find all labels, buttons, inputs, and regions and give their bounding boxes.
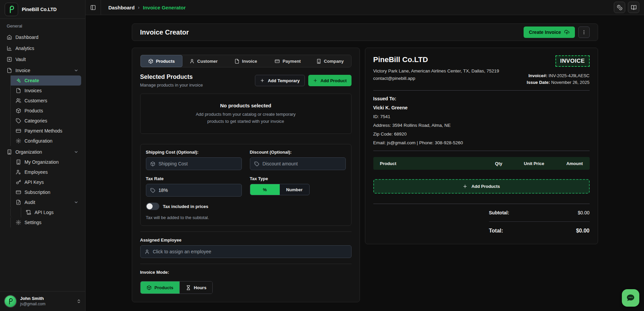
gear-icon (16, 138, 21, 144)
tab-products[interactable]: Products (141, 55, 183, 67)
total-label: Total: (489, 228, 503, 234)
assign-employee-field[interactable]: Click to assign an employee (140, 245, 352, 258)
invoice-mode-toggle: Products Hours (140, 281, 213, 294)
sidebar-item-employees[interactable]: Employees (10, 167, 81, 177)
assigned-employee-section: Assigned Employee Click to assign an emp… (140, 238, 352, 258)
breadcrumb-dashboard[interactable]: Dashboard (108, 5, 135, 10)
sidebar-item-configuration[interactable]: Configuration (10, 136, 81, 146)
cloud-upload-icon (564, 30, 570, 35)
invoice-mode-section: Invoice Mode: Products Hours (140, 270, 352, 294)
sidebar-toggle-button[interactable] (86, 0, 101, 15)
tab-bar: ProductsCustomerInvoicePaymentCompany (140, 55, 352, 67)
selected-products-subtitle: Manage products in your invoice (140, 83, 203, 88)
sidebar-item-my-organization[interactable]: My Organization (10, 157, 81, 167)
discount-label: Discount (Optional): (250, 150, 346, 155)
chevron-down-icon (74, 68, 78, 73)
sidebar-item-invoices[interactable]: Invoices (10, 86, 81, 96)
mode-products[interactable]: Products (141, 281, 179, 294)
sidebar-item-analytics[interactable]: Analytics (4, 43, 81, 53)
sidebar-item-categories[interactable]: Categories (10, 116, 81, 126)
tag-icon (16, 118, 21, 123)
empty-state-title: No products selected (220, 103, 271, 108)
chat-button[interactable] (622, 289, 639, 307)
sidebar-item-invoice[interactable]: Invoice (4, 65, 81, 75)
add-temporary-button[interactable]: Add Temporary (255, 75, 305, 86)
avatar (4, 295, 17, 308)
tax-type-toggle: % Number (250, 184, 310, 195)
topbar-actions (614, 2, 644, 13)
docs-button[interactable] (628, 2, 639, 13)
sidebar-item-audit[interactable]: Audit (10, 197, 81, 207)
invoice-company-name: PineBill Co.LTD (373, 55, 499, 64)
plus-icon (463, 184, 468, 189)
package-icon (16, 108, 21, 113)
tab-payment[interactable]: Payment (267, 55, 309, 67)
tab-customer[interactable]: Customer (182, 55, 225, 67)
sidebar-item-subscription[interactable]: Subscription (10, 187, 81, 197)
add-product-button[interactable]: Add Product (308, 75, 352, 86)
more-options-button[interactable] (578, 27, 590, 38)
subtotal-label: Subtotal: (489, 210, 509, 215)
vault-icon (7, 57, 12, 62)
shipping-cost-label: Shipping Cost (Optional): (146, 150, 242, 155)
card-icon (275, 59, 280, 64)
tab-invoice[interactable]: Invoice (225, 55, 267, 67)
divider (373, 151, 590, 151)
building-icon (16, 159, 21, 165)
file-icon (16, 88, 21, 93)
divider (373, 204, 590, 204)
building-icon (7, 149, 12, 155)
card-icon (16, 190, 21, 195)
sidebar-item-vault[interactable]: Vault (4, 54, 81, 64)
mode-hours[interactable]: Hours (179, 281, 213, 294)
sidebar-item-api-logs[interactable]: API Logs (10, 207, 81, 217)
package-icon (150, 161, 155, 166)
topbar: Dashboard › Invoice Generator (86, 0, 644, 15)
invoice-badge: INVOICE (555, 55, 589, 67)
tax-rate-input[interactable] (159, 188, 237, 193)
sidebar-items: DashboardAnalyticsVaultInvoiceCreateInvo… (4, 32, 81, 227)
gear-icon (16, 220, 21, 225)
shipping-cost-input[interactable] (159, 161, 237, 166)
employee-icon (16, 169, 21, 175)
subtotal-value: $0.00 (578, 210, 589, 215)
sidebar-item-create[interactable]: Create (10, 75, 81, 86)
sidebar-item-payment-methods[interactable]: Payment Methods (10, 126, 81, 136)
tax-rate-label: Tax Rate (146, 176, 242, 181)
building-icon (316, 59, 321, 64)
discount-input[interactable] (263, 161, 341, 166)
subtotal-row: Subtotal: $0.00 (489, 210, 590, 215)
panel-left-icon (90, 5, 96, 10)
sidebar-item-organization[interactable]: Organization (4, 147, 81, 157)
create-invoice-button[interactable]: Create Invoice (524, 27, 575, 38)
customer-contact: Email: js@gmail.com | Phone: 308-928-526… (373, 140, 590, 145)
tab-company[interactable]: Company (309, 55, 351, 67)
breadcrumb-separator: › (138, 5, 140, 10)
sidebar-item-products[interactable]: Products (10, 106, 81, 116)
user-icon (145, 249, 150, 254)
sidebar-item-dashboard[interactable]: Dashboard (4, 32, 81, 42)
invoice-preview: PineBill Co.LTD Victory Park Lane, Ameri… (365, 48, 598, 244)
divider (140, 264, 352, 264)
invoice-table-header: Product Qty Unit Price Amount (373, 157, 590, 170)
sidebar: PineBill Co.LTD General DashboardAnalyti… (0, 0, 86, 311)
currency-button[interactable] (614, 2, 625, 13)
breadcrumb: Dashboard › Invoice Generator (101, 5, 186, 10)
sparkles-icon (16, 78, 21, 83)
user-name: John Smith (20, 296, 46, 301)
user-menu[interactable]: John Smith js@gmail.com (0, 291, 85, 311)
sidebar-item-api-keys[interactable]: API Keys (10, 177, 81, 187)
tax-type-percent[interactable]: % (250, 184, 280, 195)
tax-included-toggle[interactable] (146, 203, 159, 210)
pinebill-logo-icon (7, 5, 16, 14)
tax-type-number[interactable]: Number (280, 184, 309, 195)
hourglass-icon (186, 285, 191, 290)
card-icon (16, 128, 21, 134)
invoice-date-line: Issue Date: November 26, 2025 (527, 80, 589, 85)
tag-icon (254, 161, 259, 166)
add-products-button[interactable]: Add Products (373, 179, 590, 194)
home-icon (7, 35, 12, 40)
invoice-mode-label: Invoice Mode: (140, 270, 352, 275)
sidebar-item-settings[interactable]: Settings (10, 217, 81, 227)
sidebar-item-customers[interactable]: Customers (10, 96, 81, 106)
